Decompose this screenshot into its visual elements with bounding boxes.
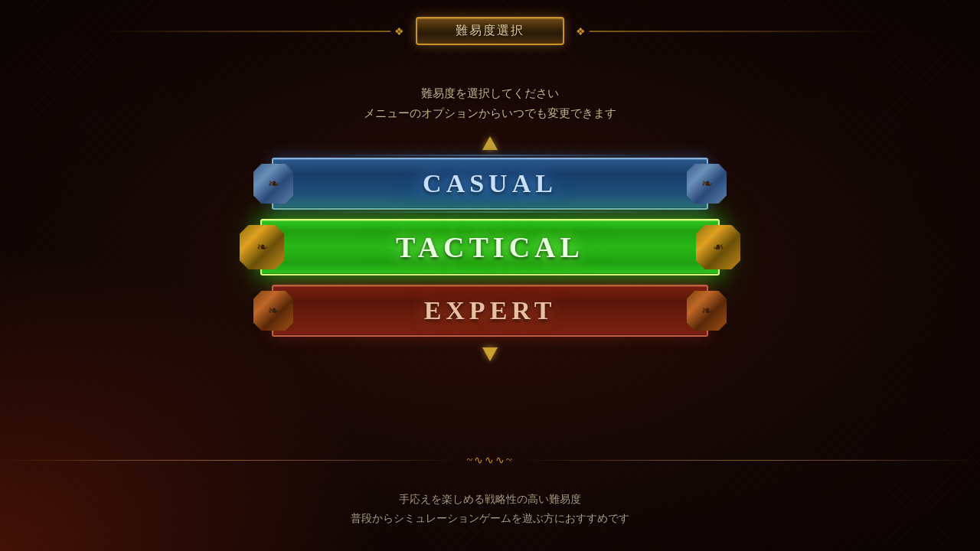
arrow-down-icon [482, 347, 498, 361]
bottom-line2: 普段からシミュレーションゲームを遊ぶ方におすすめです [351, 509, 629, 528]
title-line-right [590, 31, 880, 32]
tactical-label: TACTICAL [396, 230, 584, 264]
tactical-ornament-left [239, 226, 285, 269]
title-bar: 難易度選択 [416, 17, 564, 45]
subtitle-area: 難易度を選択してください メニューのオプションからいつでも変更できます [364, 83, 616, 122]
subtitle-line1: 難易度を選択してください [364, 83, 616, 103]
ornament-shape-left [253, 164, 293, 204]
ornament-shape-left [253, 291, 293, 331]
casual-label: CASUAL [423, 169, 557, 198]
subtitle-line2: メニューのオプションからいつでも変更できます [364, 103, 616, 123]
casual-ornament-left [250, 162, 296, 205]
tactical-button-inner: TACTICAL [260, 219, 720, 276]
bottom-divider: ~∿∿∿~ [0, 454, 980, 467]
arrow-up-icon [482, 136, 498, 150]
title-line-left [100, 31, 390, 32]
expert-label: EXPERT [424, 296, 557, 325]
expert-ornament-left [250, 289, 296, 332]
casual-button-inner: CASUAL [272, 158, 708, 210]
expert-ornament-right [684, 289, 730, 332]
ornament-shape-right [687, 291, 727, 331]
tactical-button[interactable]: TACTICAL [260, 219, 720, 276]
divider-ornament: ~∿∿∿~ [466, 454, 513, 467]
expert-button[interactable]: EXPERT [272, 285, 708, 337]
bottom-text-area: 手応えを楽しめる戦略性の高い難易度 普段からシミュレーションゲームを遊ぶ方におす… [351, 490, 629, 528]
page-title: 難易度選択 [456, 24, 524, 37]
ornament-shape-left [240, 225, 284, 269]
tactical-ornament-right [695, 226, 741, 269]
expert-button-inner: EXPERT [272, 285, 708, 337]
ornament-shape-right [696, 225, 740, 269]
difficulty-buttons: CASUAL TACTICAL EXPERT [260, 158, 720, 337]
divider-line-left [0, 460, 460, 461]
divider-line-right [520, 460, 980, 461]
casual-ornament-right [684, 162, 730, 205]
casual-button[interactable]: CASUAL [272, 158, 708, 210]
ornament-shape-right [687, 164, 727, 204]
bottom-line1: 手応えを楽しめる戦略性の高い難易度 [351, 490, 629, 509]
title-frame: 難易度選択 [416, 17, 564, 45]
